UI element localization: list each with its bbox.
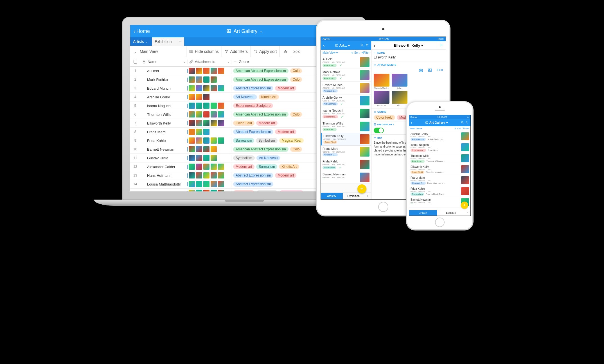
cell-attachments[interactable] xyxy=(188,155,231,161)
cell-attachments[interactable] xyxy=(188,190,231,191)
tab-exhibition[interactable]: Exhibition xyxy=(152,37,176,46)
attachment-thumb[interactable] xyxy=(196,94,202,100)
cell-name[interactable]: Edvard Munch xyxy=(140,86,188,91)
attachment-thumb[interactable] xyxy=(203,146,209,152)
attachment-thumb[interactable] xyxy=(189,68,195,74)
cell-name[interactable]: Barnett Newman xyxy=(140,147,188,152)
attachment-thumb[interactable] xyxy=(218,181,224,187)
list-item[interactable]: Isamu Noguchi GENREON DISP...BIO Experim… xyxy=(409,142,470,153)
list-item[interactable]: Ellsworth Kelly GENREON DISPLAY? Color F… xyxy=(321,133,371,146)
attachment-thumb[interactable] xyxy=(189,111,195,117)
attachment-item[interactable]: Ellsworth20kelly.j... xyxy=(374,74,389,89)
cell-name[interactable]: Frida Kahlo xyxy=(140,139,188,143)
attachment-thumb[interactable] xyxy=(211,103,217,109)
cell-attachments[interactable] xyxy=(188,172,231,178)
attachment-thumb[interactable] xyxy=(218,111,224,117)
menu-icon[interactable] xyxy=(440,43,443,48)
list-item[interactable]: Ellsworth Kelly GENREON DISP...BIO Color… xyxy=(409,164,470,175)
attachment-thumb[interactable] xyxy=(203,111,209,117)
attachment-thumb[interactable] xyxy=(196,146,202,152)
attachment-thumb[interactable] xyxy=(196,172,202,178)
people-icon[interactable] xyxy=(466,121,469,124)
cell-attachments[interactable] xyxy=(188,68,231,74)
list-item[interactable]: Franz Marc GENREON DISPLAY? Abstract E..… xyxy=(321,146,371,158)
attachment-thumb[interactable] xyxy=(196,68,202,74)
tab-artists[interactable]: Artists ▾ xyxy=(321,193,343,199)
attachment-thumb[interactable] xyxy=(189,94,195,100)
cell-attachments[interactable] xyxy=(188,76,231,83)
tab-artists[interactable]: Artists ⌄ xyxy=(130,37,152,46)
column-name[interactable]: Name ⌄ xyxy=(140,60,188,64)
hide-columns-button[interactable]: Hide columns xyxy=(186,46,222,57)
tab-exhibition[interactable]: Exhibition xyxy=(437,210,465,216)
attachment-thumb[interactable] xyxy=(189,85,195,91)
attachment-thumb[interactable] xyxy=(196,129,202,135)
attachment-thumb[interactable] xyxy=(218,103,224,109)
back-button[interactable]: ‹ xyxy=(323,43,324,48)
cell-name[interactable]: Arshille Gorky xyxy=(140,95,188,99)
list-item[interactable]: Frida Kahlo GENREON DISP...BIO Surrealis… xyxy=(409,186,470,197)
add-tab-button[interactable]: + xyxy=(176,37,184,46)
attachment-thumb[interactable] xyxy=(211,155,217,161)
attachment-thumb[interactable] xyxy=(189,76,195,83)
attachment-thumb[interactable] xyxy=(211,120,217,126)
attachment-thumb[interactable] xyxy=(211,85,217,91)
attachment-thumb[interactable] xyxy=(203,103,209,109)
attachment-thumb[interactable] xyxy=(203,181,209,187)
view-selector[interactable]: Main View ▾ xyxy=(323,51,338,54)
attachment-thumb[interactable] xyxy=(196,137,202,144)
attachment-thumb[interactable] xyxy=(211,76,217,83)
cell-attachments[interactable] xyxy=(188,129,231,135)
base-title[interactable]: Art Gallery ▾ xyxy=(425,121,448,125)
attachment-thumb[interactable] xyxy=(196,76,202,83)
cell-attachments[interactable] xyxy=(188,94,231,100)
cell-name[interactable]: Alexander Calder xyxy=(140,165,188,169)
attachment-item[interactable]: Kelly... xyxy=(392,74,407,89)
list-item[interactable]: Al Held GENREON DISPLAY? American...✓ xyxy=(321,56,371,69)
list-item[interactable]: Frida Kahlo GENREON DISPLAY? Surrealism✓ xyxy=(321,158,371,171)
attachment-thumb[interactable] xyxy=(211,68,217,74)
on-display-toggle[interactable] xyxy=(374,128,384,133)
attachment-thumb[interactable] xyxy=(218,190,224,191)
attachment-thumb[interactable] xyxy=(218,120,224,126)
attachment-thumb[interactable] xyxy=(189,129,195,135)
attachment-thumb[interactable] xyxy=(203,120,209,126)
cell-attachments[interactable] xyxy=(188,146,231,152)
cell-name[interactable]: Gustav Klimt xyxy=(140,156,188,160)
attachment-thumb[interactable] xyxy=(203,68,209,74)
select-all-checkbox[interactable] xyxy=(134,60,137,64)
attachment-thumb[interactable] xyxy=(203,94,209,100)
more-button[interactable]: ooo xyxy=(291,46,302,57)
name-value[interactable]: Ellsworth Kelly xyxy=(371,55,446,62)
list-item[interactable]: Mark Rothko GENREON DISPLAY? American...… xyxy=(321,69,371,82)
cell-attachments[interactable] xyxy=(188,103,231,109)
attachment-thumb[interactable] xyxy=(203,190,209,191)
filter-button[interactable]: Filter xyxy=(361,51,369,54)
attachment-thumb[interactable] xyxy=(211,172,217,178)
attachment-thumb[interactable] xyxy=(189,155,195,161)
attachment-thumb[interactable] xyxy=(203,164,209,170)
home-button[interactable] xyxy=(435,218,445,227)
cell-attachments[interactable] xyxy=(188,85,231,91)
attachment-thumb[interactable] xyxy=(211,111,217,117)
attachment-thumb[interactable] xyxy=(203,137,209,144)
back-button[interactable]: ‹ xyxy=(374,43,375,48)
column-attachments[interactable]: Attachments ⌄ xyxy=(188,60,231,64)
attachment-thumb[interactable] xyxy=(218,164,224,170)
attachment-thumb[interactable] xyxy=(203,76,209,83)
more-button[interactable]: ooo xyxy=(437,68,443,73)
add-tab-button[interactable]: + xyxy=(465,210,470,216)
tab-artists[interactable]: Artists ▾ xyxy=(409,210,437,216)
view-selector[interactable]: ⌄ Main View xyxy=(130,46,186,57)
attachment-thumb[interactable] xyxy=(196,85,202,91)
attachment-thumb[interactable] xyxy=(189,137,195,144)
tab-exhibition[interactable]: Exhibition xyxy=(343,193,365,199)
list-item[interactable]: Arshille Gorky GENREON DISPLAY? Art Nouv… xyxy=(321,94,371,107)
attachment-thumb[interactable] xyxy=(211,146,217,152)
attachment-item[interactable]: images.jpg xyxy=(374,91,389,106)
cell-name[interactable]: Marc Chagall xyxy=(140,191,188,192)
cell-name[interactable]: Franz Marc xyxy=(140,130,188,134)
attachment-thumb[interactable] xyxy=(218,68,224,74)
attachment-thumb[interactable] xyxy=(218,85,224,91)
attachment-thumb[interactable] xyxy=(196,155,202,161)
